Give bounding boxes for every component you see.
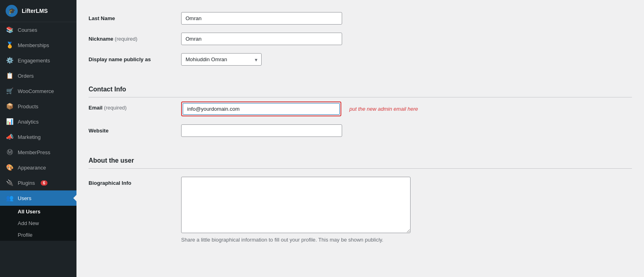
last-name-input[interactable] xyxy=(181,12,342,25)
woocommerce-icon: 🛒 xyxy=(6,87,14,95)
nickname-row: Nickname (required) xyxy=(89,29,632,49)
bio-label: Biographical Info xyxy=(89,180,131,186)
about-user-heading-cell: About the user xyxy=(89,141,632,173)
sidebar-active-arrow xyxy=(73,195,76,201)
products-icon: 📦 xyxy=(6,102,14,110)
display-name-row: Display name publicly as Mohiuddin Omran… xyxy=(89,49,632,70)
sidebar: 🎓 LifterLMS 📚 Courses 🏅 Memberships ⚙️ E… xyxy=(0,0,76,277)
sidebar-item-users[interactable]: 👥 Users xyxy=(0,190,76,206)
last-name-input-cell xyxy=(181,8,632,29)
nickname-label: Nickname xyxy=(89,36,113,42)
plugins-icon: 🔌 xyxy=(6,179,14,187)
sidebar-item-orders[interactable]: 📋 Orders xyxy=(0,68,76,83)
contact-info-heading-cell: Contact Info xyxy=(89,70,632,97)
sidebar-item-products[interactable]: 📦 Products xyxy=(0,99,76,114)
orders-icon: 📋 xyxy=(6,72,14,80)
sidebar-item-courses[interactable]: 📚 Courses xyxy=(0,22,76,37)
analytics-icon: 📊 xyxy=(6,118,14,126)
bio-label-cell: Biographical Info xyxy=(89,173,181,247)
engagements-icon: ⚙️ xyxy=(6,56,14,64)
email-row: Email (required) put the new admin email… xyxy=(89,97,632,120)
contact-info-section: Contact Info xyxy=(89,70,632,97)
sidebar-item-label: Orders xyxy=(18,73,34,79)
website-label-cell: Website xyxy=(89,120,181,141)
display-name-select-cell: Mohiuddin Omran Omran Mohiuddin ▾ xyxy=(181,49,632,70)
sidebar-sub-item-profile[interactable]: Profile xyxy=(0,229,76,241)
sidebar-nav: 📚 Courses 🏅 Memberships ⚙️ Engagements 📋… xyxy=(0,22,76,277)
last-name-row: Last Name xyxy=(89,8,632,29)
email-input-cell: put the new admin email here xyxy=(181,97,632,120)
nickname-required: (required) xyxy=(115,36,137,42)
nickname-input-cell xyxy=(181,29,632,49)
email-outer-box xyxy=(181,101,341,116)
display-name-select[interactable]: Mohiuddin Omran Omran Mohiuddin xyxy=(181,53,262,66)
add-new-label: Add New xyxy=(18,220,39,226)
all-users-label: All Users xyxy=(18,209,40,215)
email-label-cell: Email (required) xyxy=(89,97,181,120)
profile-form: Last Name Nickname (required) Di xyxy=(89,8,632,247)
email-hint: put the new admin email here xyxy=(349,106,418,112)
last-name-label: Last Name xyxy=(89,15,115,21)
bio-input-cell: Share a little biographical information … xyxy=(181,173,632,247)
display-name-label-cell: Display name publicly as xyxy=(89,49,181,70)
sidebar-item-label: Marketing xyxy=(18,134,41,140)
bio-help-text: Share a little biographical information … xyxy=(181,237,632,243)
sidebar-item-label: Plugins xyxy=(18,180,35,186)
sidebar-item-memberpress[interactable]: Ⓜ MemberPress xyxy=(0,145,76,160)
plugins-badge: 6 xyxy=(41,180,48,186)
main-content: Last Name Nickname (required) Di xyxy=(76,0,644,277)
sidebar-item-label: Memberships xyxy=(18,42,49,48)
brand[interactable]: 🎓 LifterLMS xyxy=(0,0,76,22)
sidebar-item-engagements[interactable]: ⚙️ Engagements xyxy=(0,53,76,68)
sidebar-item-label: Appearance xyxy=(18,165,46,171)
sidebar-item-label: MemberPress xyxy=(18,149,50,155)
brand-name: LifterLMS xyxy=(22,8,48,14)
about-user-section: About the user xyxy=(89,141,632,173)
sidebar-item-label: Analytics xyxy=(18,119,39,125)
sidebar-item-label: Products xyxy=(18,103,38,110)
sidebar-item-plugins[interactable]: 🔌 Plugins 6 xyxy=(0,175,76,190)
display-name-label: Display name publicly as xyxy=(89,56,151,62)
sidebar-item-woocommerce[interactable]: 🛒 WooCommerce xyxy=(0,83,76,99)
email-input[interactable] xyxy=(183,103,340,115)
sidebar-item-appearance[interactable]: 🎨 Appearance xyxy=(0,160,76,175)
email-required: (required) xyxy=(104,105,126,111)
users-icon: 👥 xyxy=(6,194,14,202)
sidebar-sub-item-add-new[interactable]: Add New xyxy=(0,217,76,229)
memberpress-icon: Ⓜ xyxy=(6,148,14,156)
memberships-icon: 🏅 xyxy=(6,41,14,49)
website-row: Website xyxy=(89,120,632,141)
sidebar-item-label: Users xyxy=(18,195,31,201)
bio-row: Biographical Info Share a little biograp… xyxy=(89,173,632,247)
contact-info-heading: Contact Info xyxy=(89,78,632,97)
email-label: Email xyxy=(89,105,103,111)
sidebar-item-marketing[interactable]: 📣 Marketing xyxy=(0,129,76,145)
sidebar-item-label: Courses xyxy=(18,27,37,33)
email-row-inner: put the new admin email here xyxy=(181,101,632,116)
about-user-heading: About the user xyxy=(89,149,632,169)
website-label: Website xyxy=(89,128,109,134)
sidebar-item-label: WooCommerce xyxy=(18,88,54,94)
sidebar-sub-item-all-users[interactable]: All Users xyxy=(0,206,76,217)
sidebar-item-label: Engagements xyxy=(18,58,50,64)
display-name-select-wrapper: Mohiuddin Omran Omran Mohiuddin ▾ xyxy=(181,53,262,66)
sidebar-item-analytics[interactable]: 📊 Analytics xyxy=(0,114,76,129)
last-name-label-cell: Last Name xyxy=(89,8,181,29)
profile-label: Profile xyxy=(18,232,33,238)
appearance-icon: 🎨 xyxy=(6,163,14,172)
courses-icon: 📚 xyxy=(6,26,14,34)
website-input[interactable] xyxy=(181,124,342,137)
bio-textarea[interactable] xyxy=(181,177,411,233)
brand-icon: 🎓 xyxy=(6,5,18,17)
sidebar-sub-users: All Users Add New Profile xyxy=(0,206,76,241)
sidebar-item-memberships[interactable]: 🏅 Memberships xyxy=(0,37,76,53)
nickname-input[interactable] xyxy=(181,33,342,45)
website-input-cell xyxy=(181,120,632,141)
marketing-icon: 📣 xyxy=(6,133,14,141)
nickname-label-cell: Nickname (required) xyxy=(89,29,181,49)
